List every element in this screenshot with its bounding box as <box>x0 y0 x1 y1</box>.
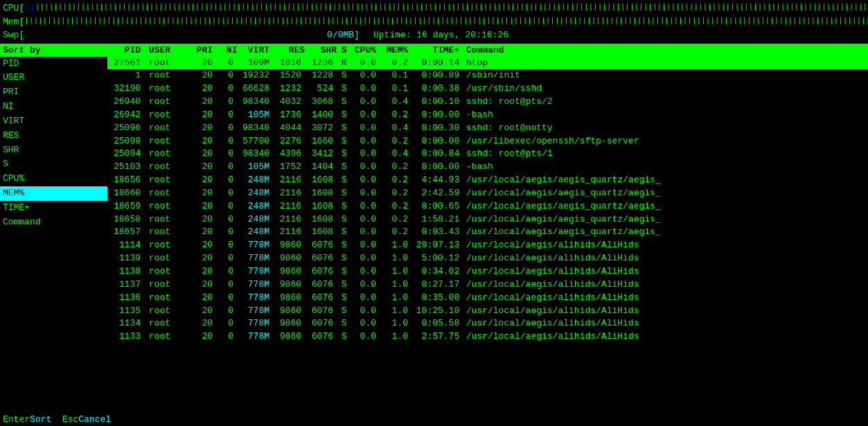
table-row[interactable]: 18656 root 20 0 248M 2116 1608 S 0.0 0.2… <box>107 174 868 187</box>
table-row[interactable]: 1114 root 20 0 778M 9860 6076 S 0.0 1.0 … <box>107 239 868 252</box>
col-header-pid: PID <box>107 45 143 55</box>
sort-item-ni[interactable]: NI <box>0 100 107 114</box>
sort-item-s[interactable]: S <box>0 157 107 172</box>
sort-menu[interactable]: Sort by PID USER PRI NI VIRT RES SHR S C… <box>0 44 107 407</box>
cpu-bar-blue: || <box>24 1 35 15</box>
process-table: PID USER PRI NI VIRT RES SHR S CPU% MEM%… <box>107 44 868 407</box>
table-row[interactable]: 1137 root 20 0 778M 9860 6076 S 0.0 1.0 … <box>107 278 868 292</box>
arrow-indicator: ↑ <box>0 249 7 273</box>
table-row[interactable]: 27561 root 20 0 109M 1816 1236 R 0.0 0.2… <box>107 57 868 70</box>
table-row[interactable]: 32190 root 20 0 66628 1232 524 S 0.0 0.1… <box>107 82 868 96</box>
mem-row: Mem[||||||||||||||||||||||||||||||||||||… <box>3 15 865 29</box>
col-header-ni: NI <box>215 45 236 55</box>
sort-item-time[interactable]: TIME+ <box>0 201 107 215</box>
table-row[interactable]: 18658 root 20 0 248M 2116 1608 S 0.0 0.2… <box>107 213 868 227</box>
sort-item-virt[interactable]: VIRT <box>0 114 107 129</box>
table-row[interactable]: 25103 root 20 0 105M 1752 1404 S 0.0 0.2… <box>107 161 868 174</box>
table-header: PID USER PRI NI VIRT RES SHR S CPU% MEM%… <box>107 44 868 57</box>
sort-item-pid[interactable]: PID <box>0 57 107 71</box>
col-header-mem: MEM% <box>379 45 411 55</box>
table-row[interactable]: 25098 root 20 0 57700 2276 1660 S 0.0 0.… <box>107 135 868 148</box>
cpu-row: CPU[||||||||||||||||||||||||||||||||||||… <box>3 1 865 15</box>
sort-menu-header: Sort by <box>0 44 107 57</box>
col-header-pri: PRI <box>186 45 215 55</box>
table-row[interactable]: 26942 root 20 0 105M 1736 1400 S 0.0 0.2… <box>107 109 868 122</box>
mem-bar: ||||||||||||||||||||||||||||||||||||||||… <box>24 15 868 29</box>
uptime-info: Uptime: 16 days, 20:16:26 <box>373 28 508 42</box>
col-header-time: TIME+ <box>411 45 461 55</box>
table-body: 27561 root 20 0 109M 1816 1236 R 0.0 0.2… <box>107 57 868 344</box>
swp-value: 0/0MB] <box>24 28 360 42</box>
table-row[interactable]: 1138 root 20 0 778M 9860 6076 S 0.0 1.0 … <box>107 265 868 278</box>
col-header-s: S <box>336 45 347 55</box>
table-row[interactable]: 25094 root 20 0 98340 4396 3412 S 0.0 0.… <box>107 148 868 161</box>
col-header-shr: SHR <box>304 45 336 55</box>
col-header-virt: VIRT <box>236 45 272 55</box>
screen: CPU[||||||||||||||||||||||||||||||||||||… <box>0 0 868 426</box>
table-row[interactable]: 26940 root 20 0 98340 4032 3068 S 0.0 0.… <box>107 96 868 109</box>
footer-enter-label: Enter <box>3 414 30 425</box>
table-row[interactable]: 18659 root 20 0 248M 2116 1608 S 0.0 0.2… <box>107 200 868 213</box>
table-row[interactable]: 1135 root 20 0 778M 9860 6076 S 0.0 1.0 … <box>107 305 868 318</box>
footer-esc-label: Esc <box>62 414 78 425</box>
table-row[interactable]: 18657 root 20 0 248M 2116 1608 S 0.0 0.2… <box>107 226 868 239</box>
table-row[interactable]: 1136 root 20 0 778M 9860 6076 S 0.0 1.0 … <box>107 292 868 305</box>
cpu-bar-green: ||||||||||||||||||||||||||||||||||||||||… <box>35 1 868 15</box>
swp-row: Swp[ 0/0MB] Uptime: 16 days, 20:16:26 <box>3 28 865 42</box>
footer: EnterSort EscCancel <box>0 413 868 426</box>
sort-item-shr[interactable]: SHR <box>0 143 107 158</box>
cpu-label: CPU[ <box>3 1 24 15</box>
mem-label: Mem[ <box>3 15 24 29</box>
sort-item-user[interactable]: USER <box>0 71 107 85</box>
table-row[interactable]: 1134 root 20 0 778M 9860 6076 S 0.0 1.0 … <box>107 317 868 330</box>
col-header-res: RES <box>272 45 304 55</box>
swp-label: Swp[ <box>3 28 24 42</box>
sort-item-pri[interactable]: PRI <box>0 85 107 100</box>
table-row[interactable]: 25096 root 20 0 98340 4044 3072 S 0.0 0.… <box>107 122 868 135</box>
footer-sort-label[interactable]: Sort <box>30 414 51 425</box>
sort-item-command[interactable]: Command ↑ <box>0 215 107 230</box>
table-row[interactable]: 1 root 20 0 19232 1520 1228 S 0.0 0.1 0:… <box>107 69 868 82</box>
table-row[interactable]: 18660 root 20 0 248M 2116 1608 S 0.0 0.2… <box>107 187 868 200</box>
table-row[interactable]: 1139 root 20 0 778M 9860 6076 S 0.0 1.0 … <box>107 252 868 265</box>
sort-item-res[interactable]: RES <box>0 129 107 143</box>
table-row[interactable]: 1133 root 20 0 778M 9860 6076 S 0.0 1.0 … <box>107 330 868 344</box>
header: CPU[||||||||||||||||||||||||||||||||||||… <box>0 0 868 44</box>
col-header-user: USER <box>143 45 186 55</box>
sort-item-cpu[interactable]: CPU% <box>0 172 107 186</box>
main-content: Sort by PID USER PRI NI VIRT RES SHR S C… <box>0 44 868 407</box>
col-header-cpu: CPU% <box>347 45 379 55</box>
footer-cancel-label[interactable]: Cancel <box>78 414 111 425</box>
sort-item-mem[interactable]: MEM% <box>0 186 107 201</box>
col-header-cmd: Command <box>461 45 868 55</box>
